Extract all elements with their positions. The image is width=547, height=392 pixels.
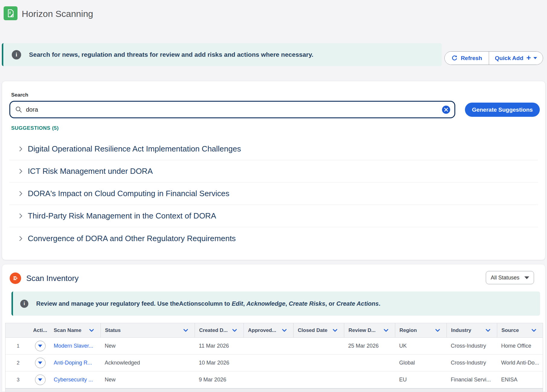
chevron-right-icon [17, 212, 24, 219]
cell-created-date: 9 Mar 2026 [195, 377, 243, 383]
row-actions-button[interactable] [35, 358, 46, 368]
table-row: 2 Anti-Doping R... Acknowledged 10 Mar 2… [5, 355, 543, 371]
row-number: 2 [5, 360, 31, 366]
chevron-right-icon [17, 168, 24, 175]
scan-inventory-icon [10, 272, 21, 284]
suggestion-title: ICT Risk Management under DORA [28, 167, 153, 176]
cell-status: New [100, 343, 195, 349]
suggestion-title: Digital Operational Resilience Act Imple… [28, 144, 241, 154]
search-card: Search Generate Suggestions SUGGESTIONS … [2, 81, 545, 260]
refresh-label: Refresh [461, 55, 482, 62]
row-actions-button[interactable] [35, 374, 46, 385]
chevron-right-icon [17, 145, 24, 152]
top-banner-text: Search for news, regulation and threats … [29, 51, 313, 58]
sort-chevron-icon [183, 329, 188, 332]
info-icon: i [12, 50, 21, 59]
page-title: Horizon Scanning [22, 9, 93, 19]
cell-region: UK [395, 343, 447, 349]
suggestion-title: Third-Party Risk Management in the Conte… [28, 211, 216, 221]
sort-chevron-icon [486, 329, 490, 332]
sort-chevron-icon [232, 329, 237, 332]
caret-down-icon [38, 362, 42, 364]
status-filter-dropdown[interactable]: All Statuses [486, 271, 534, 284]
table-header-row: Acti... Scan Name Status Created D... Ap… [5, 323, 543, 338]
cell-actions [31, 358, 49, 368]
plus-icon: + [526, 54, 531, 62]
sort-chevron-icon [89, 329, 94, 332]
column-header-source[interactable]: Source [497, 323, 543, 337]
table-row: 1 Modern Slaver... New 11 Mar 2026 25 Ma… [5, 338, 543, 355]
cell-created-date: 10 Mar 2026 [195, 360, 243, 366]
search-box [9, 101, 455, 118]
scan-inventory-table: Acti... Scan Name Status Created D... Ap… [5, 323, 543, 392]
caret-down-icon [38, 378, 42, 381]
table-footer-strip [5, 388, 543, 392]
cell-source: Home Office [497, 343, 543, 349]
column-header-closed-date[interactable]: Closed Date [293, 323, 344, 337]
horizon-scanning-app-icon [4, 6, 17, 20]
caret-down-icon [38, 345, 42, 347]
suggestion-item[interactable]: ICT Risk Management under DORA [9, 160, 538, 183]
refresh-icon [451, 55, 458, 61]
sort-chevron-icon [435, 329, 440, 332]
column-header-status[interactable]: Status [100, 323, 195, 337]
row-number: 3 [5, 377, 31, 383]
close-icon [444, 108, 448, 112]
suggestion-list: Digital Operational Resilience Act Imple… [9, 138, 538, 250]
status-filter-value: All Statuses [491, 275, 519, 281]
search-input[interactable] [22, 106, 442, 113]
toolbar-button-group: Refresh Quick Add + [444, 51, 543, 65]
quick-add-button[interactable]: Quick Add + [489, 52, 543, 65]
cell-status: New [100, 377, 195, 383]
cell-review-date: 25 Mar 2026 [344, 343, 395, 349]
suggestion-item[interactable]: Convergence of DORA and Other Regulatory… [9, 227, 538, 250]
generate-suggestions-button[interactable]: Generate Suggestions [465, 103, 540, 117]
column-header-approved-date[interactable]: Approved... [243, 323, 293, 337]
inventory-banner-text: Review and manage your regulatory feed. … [36, 300, 380, 307]
chevron-down-icon [524, 276, 529, 279]
cell-source: ENISA [497, 377, 543, 383]
row-number: 1 [5, 343, 31, 349]
cell-industry: Cross-Industry [447, 343, 497, 349]
suggestion-item[interactable]: Digital Operational Resilience Act Imple… [9, 138, 538, 160]
search-icon [15, 106, 22, 113]
top-info-banner: i Search for news, regulation and threat… [2, 43, 442, 66]
sort-chevron-icon [532, 329, 536, 332]
cell-status: Acknowledged [100, 360, 195, 366]
suggestion-title: Convergence of DORA and Other Regulatory… [28, 234, 236, 243]
suggestion-item[interactable]: Third-Party Risk Management in the Conte… [9, 205, 538, 227]
column-header-row-number [5, 323, 31, 337]
cell-scan-name[interactable]: Cybersecurity ... [49, 377, 100, 383]
cell-industry: Cross-Industry [447, 360, 497, 366]
column-header-region[interactable]: Region [395, 323, 447, 337]
scan-inventory-title: Scan Inventory [26, 274, 78, 283]
document-pencil-icon [6, 9, 15, 18]
cell-created-date: 11 Mar 2026 [195, 343, 243, 349]
refresh-button[interactable]: Refresh [445, 52, 489, 65]
column-header-industry[interactable]: Industry [447, 323, 497, 337]
clear-search-button[interactable] [442, 106, 450, 114]
row-actions-button[interactable] [35, 341, 46, 351]
cell-region: Global [395, 360, 447, 366]
column-header-review-date[interactable]: Review D... [344, 323, 395, 337]
info-icon: i [20, 300, 28, 308]
chevron-down-icon [533, 57, 537, 59]
cell-scan-name[interactable]: Anti-Doping R... [49, 360, 100, 366]
suggestion-item[interactable]: DORA's Impact on Cloud Computing in Fina… [9, 183, 538, 205]
sort-chevron-icon [282, 329, 287, 332]
suggestions-heading: SUGGESTIONS (5) [11, 125, 59, 131]
quick-add-label: Quick Add [495, 55, 523, 62]
column-header-created-date[interactable]: Created D... [195, 323, 243, 337]
scan-inventory-card: Scan Inventory All Statuses i Review and… [2, 264, 545, 392]
column-header-actions: Acti... [31, 323, 49, 337]
column-header-scan-name[interactable]: Scan Name [49, 323, 100, 337]
chevron-right-icon [17, 190, 24, 197]
cell-source: World Anti-Do... [497, 360, 543, 366]
sort-chevron-icon [384, 329, 388, 332]
cell-industry: Financial Servi... [447, 377, 497, 383]
cell-region: EU [395, 377, 447, 383]
sort-chevron-icon [333, 329, 337, 332]
table-row: 3 Cybersecurity ... New 9 Mar 2026 EU Fi… [5, 371, 543, 388]
inventory-info-banner: i Review and manage your regulatory feed… [11, 292, 540, 316]
cell-scan-name[interactable]: Modern Slaver... [49, 343, 100, 349]
